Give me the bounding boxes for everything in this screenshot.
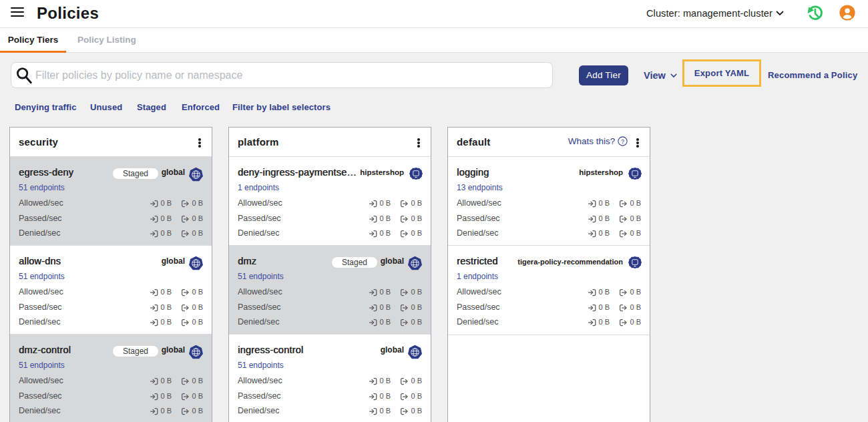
svg-text:?: ? (621, 138, 624, 145)
